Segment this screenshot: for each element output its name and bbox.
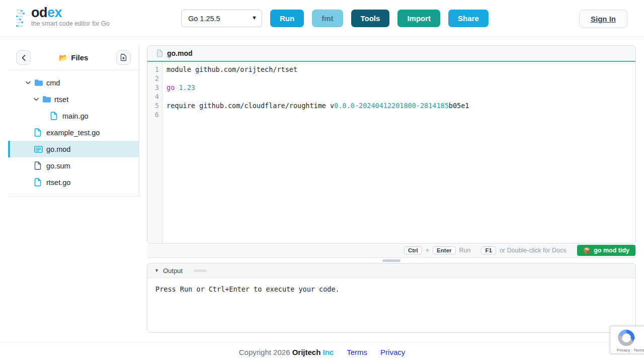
new-file-button[interactable] [116, 50, 131, 65]
code-line: go 1.23 [167, 83, 635, 92]
chevron-left-icon [22, 55, 26, 61]
go-file-icon [33, 128, 46, 137]
tree-item-label: go.mod [46, 145, 70, 153]
company-suffix: Inc [323, 348, 334, 356]
tree-folder-cmd[interactable]: cmd [8, 74, 139, 91]
code-line [167, 110, 635, 119]
terms-link[interactable]: Terms [347, 348, 367, 356]
editor-status-bar: Ctrl + Enter Run F1 or Double-click for … [147, 244, 636, 258]
tree-item-label: main.go [62, 112, 89, 120]
app-name: odex [31, 6, 110, 20]
odex-app: odex the smart code editor for Go Go 1.2… [0, 0, 644, 362]
line-number: 1 [147, 65, 159, 74]
recaptcha-privacy-terms[interactable]: Privacy - Terms [617, 348, 644, 352]
mod-file-icon [33, 146, 46, 153]
files-title: 📂 Files [59, 53, 89, 62]
go-file-icon [49, 112, 62, 120]
sign-in-button[interactable]: Sign In [579, 10, 627, 28]
document-icon [156, 49, 163, 57]
code-line [167, 92, 635, 101]
tools-button[interactable]: Tools [351, 10, 390, 27]
file-explorer-header: 📂 Files [8, 45, 139, 70]
panel-resize-handle[interactable] [147, 258, 636, 262]
top-bar: odex the smart code editor for Go Go 1.2… [0, 0, 644, 37]
logo: odex the smart code editor for Go [15, 6, 181, 32]
tree-folder-rtset[interactable]: rtset [8, 91, 139, 108]
privacy-link[interactable]: Privacy [380, 348, 405, 356]
sum-file-icon [33, 161, 46, 170]
kbd-enter: Enter [433, 246, 455, 254]
kbd-f1: F1 [481, 246, 496, 254]
folder-icon [41, 96, 54, 103]
chevron-down-icon[interactable] [31, 98, 41, 101]
folder-icon [33, 79, 46, 86]
import-button[interactable]: Import [397, 10, 440, 27]
go-version-select-wrap: Go 1.25.5 ▼ [181, 10, 262, 27]
package-emoji-icon: 📦 [583, 247, 591, 254]
editor-tab-bar: go.mod [147, 46, 635, 62]
output-panel: ▼ Output Press Run or Ctrl+Enter to exec… [147, 263, 636, 333]
logo-text: odex the smart code editor for Go [31, 6, 110, 27]
copyright-text: Copyright 2026 Orijtech Inc [239, 348, 334, 356]
line-number: 5 [147, 101, 159, 110]
tree-item-label: example_test.go [46, 129, 100, 137]
go-file-icon [33, 178, 46, 187]
odex-logo-icon [15, 9, 26, 32]
folder-emoji-icon: 📂 [59, 53, 68, 62]
line-number: 2 [147, 74, 159, 83]
output-content: Press Run or Ctrl+Enter to execute your … [147, 278, 635, 300]
line-number-gutter: 123456 [147, 62, 163, 243]
collapse-triangle-icon: ▼ [154, 268, 159, 273]
run-hint: Run [459, 247, 471, 254]
tree-file-go-mod[interactable]: go.mod [8, 141, 139, 157]
toolbar: Go 1.25.5 ▼ Run fmt Tools Import Share [181, 10, 489, 27]
tree-item-label: cmd [46, 79, 60, 87]
output-drag-handle-icon [194, 269, 207, 272]
fmt-button[interactable]: fmt [312, 10, 343, 27]
tree-item-label: rtset [54, 96, 68, 104]
docs-hint: or Double-click for Docs [500, 247, 567, 254]
line-number: 6 [147, 110, 159, 119]
new-file-icon [120, 54, 127, 61]
recaptcha-badge[interactable]: Privacy - Terms [610, 326, 644, 354]
tree-file-example-test-go[interactable]: example_test.go [8, 124, 139, 141]
plus-sign: + [426, 247, 429, 254]
tab-label: go.mod [167, 49, 193, 57]
chevron-down-icon[interactable] [23, 81, 33, 84]
recaptcha-icon [617, 328, 636, 347]
code-content[interactable]: module github.com/orijtech/rtset go 1.23… [163, 62, 635, 243]
file-explorer: 📂 Files cmdrtsetmain.goexample_test.gogo… [8, 45, 139, 197]
share-button[interactable]: Share [448, 10, 489, 27]
tree-file-main-go[interactable]: main.go [8, 108, 139, 124]
collapse-sidebar-button[interactable] [16, 50, 31, 65]
drag-handle-icon [382, 259, 400, 262]
file-tree: cmdrtsetmain.goexample_test.gogo.modgo.s… [8, 70, 139, 191]
go-mod-tidy-button[interactable]: 📦 go mod tidy [577, 245, 635, 256]
company-name: Orijtech [292, 348, 321, 356]
code-line [167, 74, 635, 83]
code-line: module github.com/orijtech/rtset [167, 65, 635, 74]
tree-item-label: rtset.go [46, 178, 70, 187]
run-button[interactable]: Run [270, 10, 304, 27]
line-number: 3 [147, 83, 159, 92]
tree-item-label: go.sum [46, 162, 70, 170]
tab-go-mod[interactable]: go.mod [147, 46, 200, 61]
footer: Copyright 2026 Orijtech Inc Terms Privac… [0, 342, 644, 362]
kbd-ctrl: Ctrl [404, 246, 422, 254]
output-title: Output [163, 267, 183, 275]
line-number: 4 [147, 92, 159, 101]
tree-file-go-sum[interactable]: go.sum [8, 157, 139, 174]
tree-file-rtset-go[interactable]: rtset.go [8, 174, 139, 191]
editor-panel: go.mod 123456 module github.com/orijtech… [147, 45, 636, 244]
output-header[interactable]: ▼ Output [147, 263, 635, 278]
app-tagline: the smart code editor for Go [31, 20, 110, 27]
code-editor[interactable]: 123456 module github.com/orijtech/rtset … [147, 62, 635, 243]
go-version-select[interactable]: Go 1.25.5 [181, 10, 262, 27]
code-line: require github.com/cloudflare/roughtime … [167, 101, 635, 110]
